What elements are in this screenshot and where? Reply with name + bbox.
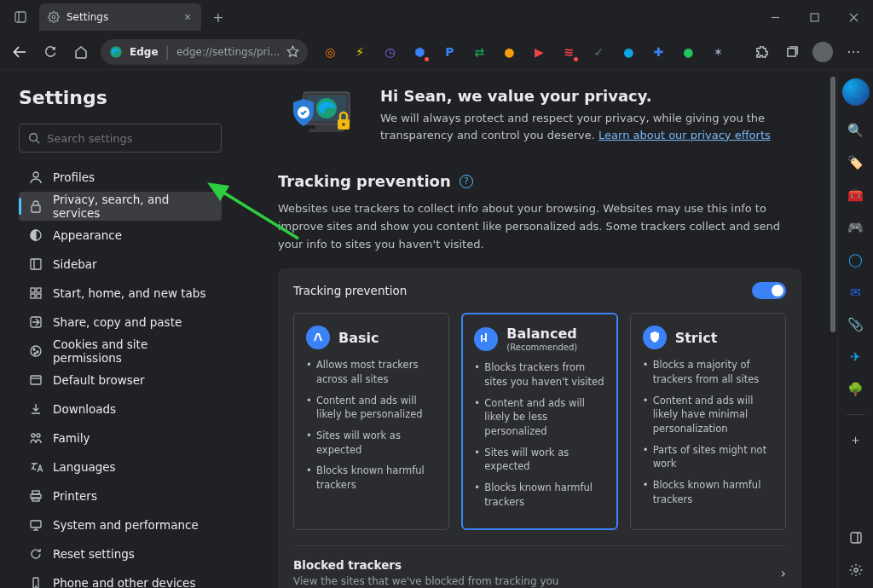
svg-point-25	[34, 353, 36, 355]
extension-button[interactable]: ✓	[585, 39, 612, 65]
svg-point-28	[32, 434, 35, 437]
close-tab-button[interactable]: ✕	[181, 10, 194, 24]
tracking-toggle[interactable]	[752, 282, 786, 299]
extension-button[interactable]: ⇄	[465, 39, 493, 65]
home-button[interactable]	[66, 38, 95, 66]
collections-button[interactable]	[778, 38, 807, 66]
sidebar-item-printers[interactable]: Printers	[19, 481, 222, 510]
back-button[interactable]	[5, 38, 34, 66]
sidebar-item-family[interactable]: Family	[19, 424, 222, 453]
scrollbar[interactable]	[830, 77, 835, 332]
maximize-button[interactable]	[795, 0, 834, 34]
search-input-field[interactable]	[47, 132, 212, 145]
svg-point-24	[37, 351, 38, 353]
sidebar-item-lock[interactable]: Privacy, search, and services	[19, 192, 222, 221]
sidebar-item-label: Appearance	[53, 228, 122, 242]
hero-body: We will always protect and respect your …	[380, 110, 801, 143]
extension-button[interactable]: ●	[615, 39, 642, 65]
extension-button[interactable]: ●	[495, 39, 523, 65]
svg-rect-20	[37, 294, 41, 298]
sidebar-drop-icon[interactable]: 📎	[845, 314, 867, 336]
sidebar-item-reset[interactable]: Reset settings	[19, 539, 222, 568]
sidebar-item-languages[interactable]: Languages	[19, 453, 222, 481]
appearance-icon	[29, 228, 43, 242]
extension-button[interactable]: ●	[674, 39, 702, 65]
svg-rect-15	[31, 259, 41, 269]
extension-button[interactable]: P	[436, 39, 463, 65]
sidebar-outlook-icon[interactable]: ✉	[845, 281, 867, 303]
sidebar-item-label: Privacy, search, and services	[53, 193, 211, 220]
card-icon	[643, 326, 667, 349]
extension-button[interactable]: ◷	[376, 39, 403, 65]
sidebar-games-icon[interactable]: 🎮	[845, 216, 867, 239]
svg-line-11	[37, 141, 40, 144]
settings-title: Settings	[19, 87, 222, 108]
settings-sidebar: Settings ProfilesPrivacy, search, and se…	[0, 70, 239, 588]
extension-button[interactable]: ⬢	[406, 39, 433, 65]
sidebar-item-downloads[interactable]: Downloads	[19, 395, 222, 424]
new-tab-button[interactable]: +	[206, 5, 230, 29]
bing-sidebar-button[interactable]	[842, 78, 870, 106]
search-settings-input[interactable]	[19, 124, 222, 153]
sidebar-item-start[interactable]: Start, home, and new tabs	[19, 279, 222, 308]
sidebar-office-icon[interactable]: ◯	[845, 249, 867, 271]
extension-button[interactable]: ⚡	[346, 39, 373, 65]
profile-button[interactable]	[808, 38, 837, 66]
sidebar-add-button[interactable]: ＋	[845, 429, 867, 451]
address-url: edge://settings/pri...	[176, 46, 280, 58]
sidebar-tree-icon[interactable]: 🌳	[845, 378, 867, 401]
tab-actions-button[interactable]	[7, 5, 34, 29]
lock-icon	[29, 199, 43, 213]
sidebar-shopping-icon[interactable]: 🏷️	[845, 152, 867, 174]
sidebar-item-profile[interactable]: Profiles	[19, 163, 222, 192]
tracking-card-basic[interactable]: BasicAllows most trackers across all sit…	[293, 313, 449, 530]
tracking-heading: Tracking prevention	[278, 172, 451, 190]
card-icon	[306, 326, 330, 349]
sidebar-tools-icon[interactable]: 🧰	[845, 184, 867, 206]
sidebar-item-phone[interactable]: Phone and other devices	[19, 568, 222, 588]
sidebar-item-sidebar[interactable]: Sidebar	[19, 250, 222, 279]
svg-point-29	[37, 434, 40, 437]
extension-button[interactable]: ✶	[704, 39, 731, 65]
sidebar-item-share[interactable]: Share, copy and paste	[19, 308, 222, 337]
family-icon	[29, 431, 43, 445]
blocked-trackers-row[interactable]: Blocked trackers View the sites that we'…	[293, 545, 786, 588]
sidebar-item-label: Family	[53, 431, 90, 445]
tracking-card-balanced[interactable]: Balanced(Recommended)Blocks trackers fro…	[461, 313, 617, 530]
refresh-button[interactable]	[36, 38, 65, 66]
favorite-button[interactable]	[286, 45, 299, 58]
privacy-hero: Hi Sean, we value your privacy. We will …	[278, 87, 801, 147]
close-window-button[interactable]	[834, 0, 873, 34]
more-button[interactable]: ⋯	[839, 38, 868, 66]
sidebar-item-browser[interactable]: Default browser	[19, 366, 222, 395]
tracking-panel: Tracking prevention BasicAllows most tra…	[278, 268, 801, 588]
sidebar-item-cookies[interactable]: Cookies and site permissions	[19, 337, 222, 366]
browser-tab[interactable]: Settings ✕	[39, 3, 201, 31]
sidebar-item-label: System and performance	[53, 518, 199, 532]
svg-rect-43	[315, 124, 338, 129]
svg-rect-26	[31, 376, 41, 384]
card-icon	[474, 327, 498, 351]
sidebar-send-icon[interactable]: ✈	[845, 346, 867, 368]
extension-button[interactable]: ≋	[555, 39, 582, 65]
extension-button[interactable]: ✚	[645, 39, 672, 65]
edge-logo-icon	[109, 45, 123, 59]
sidebar-settings-button[interactable]	[845, 559, 867, 581]
address-bar[interactable]: Edge | edge://settings/pri...	[101, 39, 308, 65]
sidebar-item-system[interactable]: System and performance	[19, 510, 222, 539]
privacy-learn-more-link[interactable]: Learn about our privacy efforts	[598, 129, 771, 141]
tracking-card-strict[interactable]: StrictBlocks a majority of trackers from…	[630, 313, 786, 530]
extension-button[interactable]: ◎	[316, 39, 344, 65]
sidebar-collapse-button[interactable]	[845, 527, 867, 549]
svg-rect-9	[787, 49, 795, 56]
extension-button[interactable]: ▶	[525, 39, 552, 65]
info-icon[interactable]: ?	[460, 175, 473, 188]
sidebar-search-icon[interactable]: 🔍	[845, 119, 867, 141]
minimize-button[interactable]	[755, 0, 795, 34]
downloads-icon	[29, 402, 43, 416]
profile-icon	[29, 170, 43, 184]
sidebar-item-appearance[interactable]: Appearance	[19, 221, 222, 250]
extensions-menu-button[interactable]	[747, 38, 776, 66]
settings-content: Hi Sean, we value your privacy. We will …	[239, 70, 837, 588]
reset-icon	[29, 547, 43, 561]
